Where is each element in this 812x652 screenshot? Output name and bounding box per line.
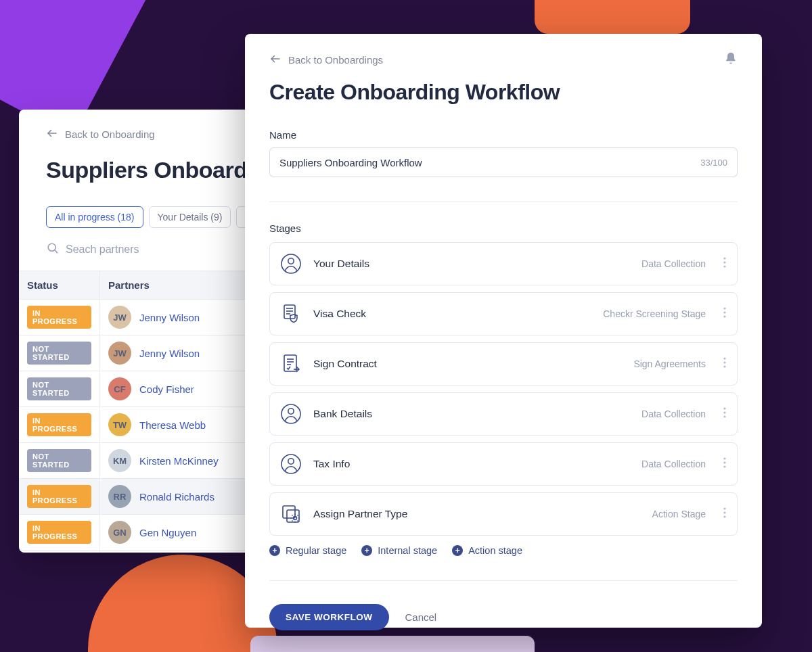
plus-circle-icon: + [452,545,463,556]
divider [269,202,738,202]
status-badge: IN PROGRESS [27,306,91,329]
svg-point-38 [723,515,725,517]
stage-type-label: Checkr Screening Stage [603,308,706,319]
filter-tab-1[interactable]: Your Details (9) [149,206,231,228]
add-link-label: Action stage [468,545,522,556]
name-field-label: Name [269,129,738,141]
plus-circle-icon: + [361,545,372,556]
svg-point-21 [723,361,725,363]
decorative-shape-orange-top [535,0,690,34]
workflow-name-input[interactable] [279,157,700,168]
stage-name-label: Sign Contract [313,358,623,370]
svg-point-6 [723,257,725,259]
person-icon [279,402,302,425]
kebab-menu-icon[interactable] [717,357,727,371]
stage-type-label: Data Collection [641,409,706,419]
stage-name-label: Bank Details [313,408,631,420]
stage-name-label: Visa Check [313,308,592,320]
svg-point-36 [723,507,725,509]
decorative-shape-lavender [250,636,535,652]
stage-row[interactable]: Visa CheckCheckr Screening Stage [269,292,738,335]
avatar: TW [108,413,131,436]
svg-point-24 [288,409,294,414]
char-count: 33/100 [700,158,727,168]
kebab-menu-icon[interactable] [717,457,727,471]
save-workflow-button[interactable]: SAVE WORKFLOW [269,604,389,630]
status-badge: NOT STARTED [27,377,91,400]
modal-title: Create Onboarding Workflow [269,80,738,105]
svg-line-2 [55,250,58,253]
svg-point-27 [723,415,725,417]
plus-circle-icon: + [269,545,280,556]
add-internal-stage-link[interactable]: + Internal stage [361,545,437,556]
svg-point-15 [723,315,725,317]
avatar: KM [108,449,131,472]
status-badge: IN PROGRESS [27,413,91,436]
avatar: CF [108,377,131,400]
partner-name: Cody Fisher [139,383,194,395]
partner-name: Ronald Richards [139,491,215,503]
stage-type-label: Action Stage [652,509,706,519]
status-badge: IN PROGRESS [27,485,91,508]
back-link-label: Back to Onboarding [65,129,155,140]
stages-label: Stages [269,223,738,234]
add-action-stage-link[interactable]: + Action stage [452,545,522,556]
partner-name: Gen Nguyen [139,527,196,538]
svg-point-26 [723,411,725,413]
svg-point-20 [723,357,725,359]
status-badge: IN PROGRESS [27,521,91,544]
stage-row[interactable]: Bank DetailsData Collection [269,392,738,436]
stage-type-label: Data Collection [641,258,706,269]
partner-name: Theresa Webb [139,419,206,431]
search-icon [46,241,59,257]
kebab-menu-icon[interactable] [717,307,727,321]
svg-rect-9 [284,305,295,319]
svg-point-8 [723,265,725,267]
avatar: RR [108,485,131,508]
back-to-onboardings-link[interactable]: Back to Onboardings [269,53,383,67]
svg-rect-33 [283,506,295,518]
svg-point-13 [723,307,725,309]
avatar: JW [108,342,131,365]
svg-point-14 [723,311,725,313]
back-to-onboarding-link[interactable]: Back to Onboarding [46,127,155,141]
svg-point-29 [288,459,294,464]
person-icon [279,252,302,275]
avatar: JW [108,306,131,329]
notifications-bell-icon[interactable] [724,51,738,68]
stage-row[interactable]: Assign Partner TypeAction Stage [269,492,738,536]
partner-name: Kirsten McKinney [139,455,219,467]
svg-point-32 [723,465,725,467]
gear-icon [279,503,302,526]
svg-point-30 [723,457,725,459]
stage-row[interactable]: Sign ContractSign Agreements [269,342,738,386]
svg-point-5 [288,258,294,264]
shield-icon [279,302,302,325]
kebab-menu-icon[interactable] [717,257,727,271]
add-link-label: Internal stage [378,545,437,556]
filter-tab-0[interactable]: All in progress (18) [46,206,143,228]
svg-point-7 [723,261,725,263]
create-workflow-modal: Back to Onboardings Create Onboarding Wo… [245,34,762,628]
status-badge: NOT STARTED [27,449,91,472]
stage-name-label: Your Details [313,258,631,270]
back-link-label: Back to Onboardings [288,54,383,66]
svg-point-22 [723,365,725,367]
cancel-link[interactable]: Cancel [405,611,437,623]
column-header-status: Status [19,271,100,299]
stage-row[interactable]: Tax InfoData Collection [269,442,738,486]
stage-row[interactable]: Your DetailsData Collection [269,242,738,285]
status-badge: NOT STARTED [27,342,91,365]
person-icon [279,452,302,475]
stage-type-label: Data Collection [641,459,706,469]
sign-icon [279,352,302,375]
kebab-menu-icon[interactable] [717,407,727,421]
partner-name: Jenny Wilson [139,312,200,323]
partner-name: Jenny Wilson [139,348,200,359]
arrow-left-icon [269,53,281,67]
divider [269,580,738,581]
stage-type-label: Sign Agreements [633,358,706,369]
kebab-menu-icon[interactable] [717,507,727,521]
svg-rect-34 [287,510,299,522]
add-regular-stage-link[interactable]: + Regular stage [269,545,346,556]
